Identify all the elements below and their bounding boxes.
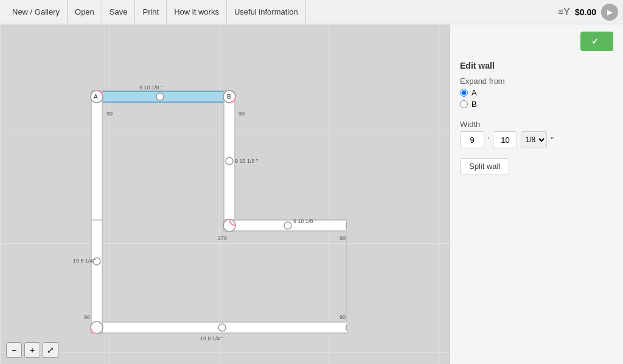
svg-text:9 10 1/8 ": 9 10 1/8 " [139, 84, 162, 91]
svg-text:19 8 1/4 ": 19 8 1/4 " [73, 258, 96, 264]
nav-save[interactable]: Save [102, 0, 136, 24]
feet-separator: ' [488, 136, 489, 145]
cart-button[interactable]: ▶ [601, 4, 618, 21]
expand-from-label: Expand from [460, 77, 613, 86]
svg-point-21 [218, 324, 226, 331]
svg-rect-7 [91, 220, 102, 333]
right-panel: ✓ Edit wall Expand from A B Width [450, 24, 623, 364]
svg-point-17 [226, 157, 233, 165]
price-display: $0.00 [575, 7, 596, 17]
radio-a-text: A [472, 88, 477, 97]
radio-a-label[interactable]: A [460, 88, 613, 97]
edit-wall-title: Edit wall [460, 61, 613, 70]
svg-point-19 [284, 222, 291, 229]
price-value: $0.00 [575, 7, 596, 17]
zoom-controls: − + ⤢ [6, 342, 58, 358]
zoom-out-icon: − [12, 345, 16, 355]
width-inputs-group: ' 1/8 1/4 3/8 1/2 5/8 3/4 7/8 " [460, 131, 613, 148]
radio-b-input[interactable] [460, 100, 468, 108]
svg-text:9 10 1/8 ": 9 10 1/8 " [235, 158, 258, 164]
checkmark-icon: ✓ [591, 36, 599, 46]
nav-open[interactable]: Open [68, 0, 102, 24]
done-button[interactable]: ✓ [580, 32, 613, 51]
svg-text:19 8 1/4 ": 19 8 1/4 " [200, 335, 223, 342]
svg-point-16 [156, 93, 164, 100]
zoom-reset-icon: ⤢ [47, 345, 54, 355]
width-feet-input[interactable] [460, 131, 484, 148]
radio-b-label[interactable]: B [460, 100, 613, 109]
zoom-reset-button[interactable]: ⤢ [43, 342, 58, 358]
nav-print[interactable]: Print [135, 0, 167, 24]
width-inches-input[interactable] [493, 131, 517, 148]
radio-a-input[interactable] [460, 89, 468, 97]
svg-text:90: 90 [238, 111, 245, 117]
zoom-out-button[interactable]: − [6, 342, 22, 358]
width-fraction-select[interactable]: 1/8 1/4 3/8 1/2 5/8 3/4 7/8 [521, 131, 547, 148]
floor-plan: A B [61, 61, 347, 360]
main-layout: A B [0, 24, 623, 364]
zoom-in-icon: + [30, 345, 35, 355]
canvas-area[interactable]: A B [0, 24, 450, 364]
floor-plan-svg: A B [61, 61, 347, 359]
nav-how-it-works[interactable]: How it works [167, 0, 227, 24]
svg-text:9 10 1/8 ": 9 10 1/8 " [293, 218, 316, 224]
svg-text:90: 90 [106, 111, 113, 117]
split-wall-button[interactable]: Split wall [460, 158, 509, 174]
width-section: Width ' 1/8 1/4 3/8 1/2 5/8 3/4 7/8 " [460, 120, 613, 148]
svg-rect-1 [91, 91, 102, 231]
svg-text:90: 90 [339, 314, 346, 320]
svg-text:A: A [94, 94, 98, 100]
filter-icon[interactable]: ≡Y [558, 7, 570, 18]
svg-text:270: 270 [218, 235, 227, 241]
nav-new-gallery[interactable]: New / Gallery [5, 0, 68, 24]
nav-useful-information[interactable]: Useful information [227, 0, 306, 24]
inch-unit-label: " [551, 136, 554, 145]
expand-from-section: Expand from A B [460, 77, 613, 114]
top-navigation: New / Gallery Open Save Print How it wor… [0, 0, 623, 24]
zoom-in-button[interactable]: + [24, 342, 40, 358]
svg-text:90: 90 [84, 314, 90, 320]
width-label: Width [460, 120, 613, 129]
radio-b-text: B [472, 100, 477, 109]
svg-text:90: 90 [339, 235, 346, 241]
svg-text:B: B [227, 94, 231, 100]
expand-from-radio-group: A B [460, 88, 613, 109]
